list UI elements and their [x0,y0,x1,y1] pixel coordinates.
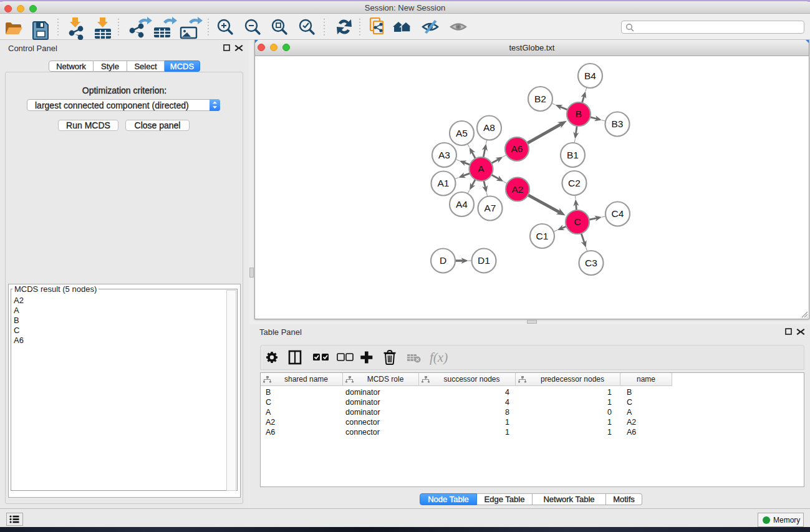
svg-text:A1: A1 [438,178,450,188]
svg-text:C1: C1 [536,231,549,241]
svg-text:A5: A5 [456,128,468,138]
svg-text:A7: A7 [485,203,496,213]
svg-text:B2: B2 [534,94,546,104]
svg-text:B4: B4 [584,70,596,81]
svg-text:B1: B1 [567,150,579,160]
svg-text:A2: A2 [512,184,524,195]
svg-text:C4: C4 [612,208,624,219]
svg-text:A6: A6 [511,143,523,154]
svg-text:f(x): f(x) [430,350,448,365]
svg-text:A: A [478,163,485,174]
svg-text:A4: A4 [456,199,468,210]
svg-text:C3: C3 [585,258,597,268]
svg-text:C: C [574,216,581,227]
svg-text:C2: C2 [568,178,581,188]
svg-text:A3: A3 [438,150,450,160]
svg-text:B3: B3 [612,118,624,129]
svg-text:D1: D1 [478,255,490,266]
svg-text:A8: A8 [483,122,495,133]
svg-text:D: D [440,255,446,266]
svg-text:B: B [576,109,582,119]
